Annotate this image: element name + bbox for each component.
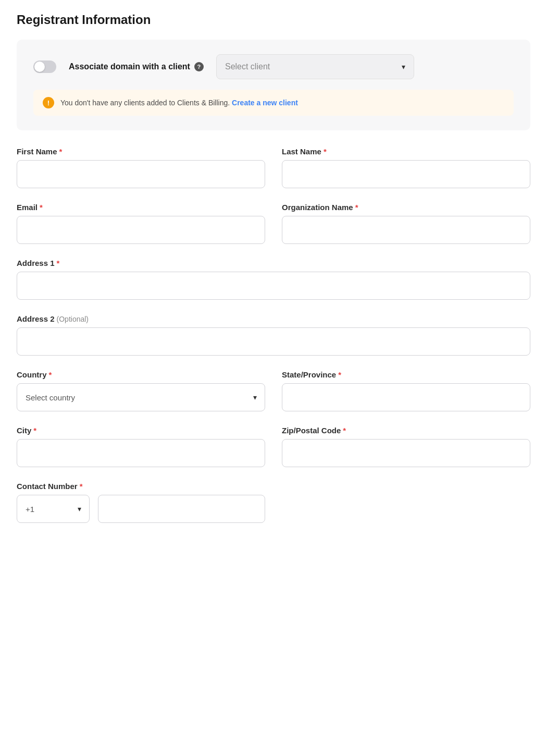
contact-number-required: *: [80, 482, 83, 491]
address1-input[interactable]: [17, 272, 530, 300]
contact-number-input[interactable]: [98, 495, 265, 523]
country-select[interactable]: Select country: [17, 383, 265, 411]
select-client-dropdown[interactable]: Select client ▾: [216, 54, 414, 79]
address2-label: Address 2 (Optional): [17, 314, 530, 323]
contact-number-label: Contact Number *: [17, 482, 265, 491]
city-group: City *: [17, 426, 265, 467]
registrant-form: First Name * Last Name * Email * Organiz…: [17, 147, 530, 523]
chevron-down-icon: ▾: [402, 63, 405, 71]
select-client-placeholder: Select client: [225, 62, 270, 71]
city-zip-row: City * Zip/Postal Code *: [17, 426, 530, 467]
associate-domain-toggle[interactable]: [33, 60, 56, 73]
email-group: Email *: [17, 203, 265, 244]
country-label: Country *: [17, 370, 265, 379]
email-label: Email *: [17, 203, 265, 212]
contact-number-row: Contact Number * +1 ▾: [17, 482, 530, 523]
state-province-label: State/Province *: [282, 370, 530, 379]
organization-name-group: Organization Name *: [282, 203, 530, 244]
city-required: *: [33, 426, 36, 435]
zip-postal-input[interactable]: [282, 439, 530, 467]
state-province-group: State/Province *: [282, 370, 530, 411]
address1-group: Address 1 *: [17, 259, 530, 300]
first-name-required: *: [59, 147, 63, 156]
contact-input-row: +1 ▾: [17, 495, 265, 523]
city-input[interactable]: [17, 439, 265, 467]
first-name-input[interactable]: [17, 160, 265, 188]
address2-row: Address 2 (Optional): [17, 314, 530, 356]
email-input[interactable]: [17, 216, 265, 244]
phone-code-select[interactable]: +1: [17, 495, 90, 523]
country-required: *: [49, 370, 52, 379]
zip-postal-label: Zip/Postal Code *: [282, 426, 530, 435]
page-title: Registrant Information: [17, 13, 530, 27]
name-row: First Name * Last Name *: [17, 147, 530, 188]
address2-group: Address 2 (Optional): [17, 314, 530, 356]
email-org-row: Email * Organization Name *: [17, 203, 530, 244]
address1-required: *: [57, 259, 60, 267]
help-icon[interactable]: ?: [194, 62, 204, 71]
first-name-group: First Name *: [17, 147, 265, 188]
organization-name-input[interactable]: [282, 216, 530, 244]
last-name-input[interactable]: [282, 160, 530, 188]
associate-domain-section: Associate domain with a client ? Select …: [17, 40, 530, 130]
create-new-client-link[interactable]: Create a new client: [232, 99, 298, 107]
organization-name-label: Organization Name *: [282, 203, 530, 212]
phone-code-select-wrapper: +1 ▾: [17, 495, 90, 523]
warning-icon: !: [43, 97, 54, 108]
address1-row: Address 1 *: [17, 259, 530, 300]
warning-text: You don't have any clients added to Clie…: [60, 99, 298, 107]
address1-label: Address 1 *: [17, 259, 530, 267]
phone-code-wrapper: +1 ▾: [17, 495, 90, 523]
associate-row: Associate domain with a client ? Select …: [33, 54, 514, 79]
warning-banner: ! You don't have any clients added to Cl…: [33, 90, 514, 116]
zip-postal-group: Zip/Postal Code *: [282, 426, 530, 467]
country-select-wrapper: Select country ▾: [17, 383, 265, 411]
country-group: Country * Select country ▾: [17, 370, 265, 411]
zip-postal-required: *: [343, 426, 346, 435]
state-province-required: *: [338, 370, 341, 379]
last-name-group: Last Name *: [282, 147, 530, 188]
associate-domain-label: Associate domain with a client ?: [69, 62, 204, 71]
contact-number-spacer: [282, 482, 530, 523]
phone-input-wrapper: [98, 495, 265, 523]
city-label: City *: [17, 426, 265, 435]
address2-input[interactable]: [17, 327, 530, 356]
last-name-required: *: [324, 147, 327, 156]
last-name-label: Last Name *: [282, 147, 530, 156]
state-province-input[interactable]: [282, 383, 530, 411]
first-name-label: First Name *: [17, 147, 265, 156]
contact-number-group: Contact Number * +1 ▾: [17, 482, 265, 523]
address2-optional: (Optional): [57, 315, 89, 323]
org-name-required: *: [355, 203, 358, 212]
country-state-row: Country * Select country ▾ State/Provinc…: [17, 370, 530, 411]
email-required: *: [40, 203, 43, 212]
